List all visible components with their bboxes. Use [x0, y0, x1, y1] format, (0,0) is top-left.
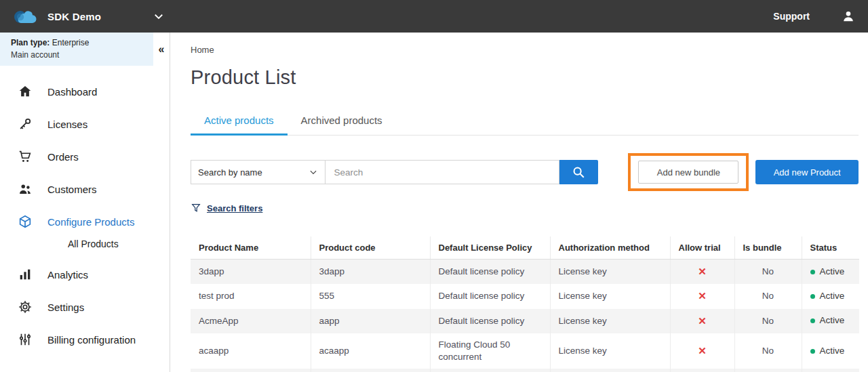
status-cell: Active: [802, 284, 859, 308]
table-row[interactable]: test prod555Default license policyLicens…: [191, 284, 859, 308]
column-header-product-name: Product Name: [191, 236, 311, 260]
sidebar-item-dashboard[interactable]: Dashboard: [0, 75, 170, 108]
product-name-cell: test prod: [191, 284, 311, 308]
product-name-cell: 3dapp: [191, 260, 311, 285]
cart-icon: [18, 149, 33, 164]
column-header-product-code: Product code: [311, 236, 430, 260]
table-row[interactable]: 3dapp3dappDefault license policyLicense …: [191, 260, 859, 285]
search-filters-link[interactable]: Search filters: [191, 203, 262, 213]
column-header-default-license-policy: Default License Policy: [430, 236, 550, 260]
allow-trial-cell: ✕: [670, 284, 734, 308]
cross-icon: ✕: [698, 315, 707, 327]
search-by-select[interactable]: Search by name: [191, 160, 326, 184]
chevron-down-icon[interactable]: [153, 10, 165, 22]
home-icon: [18, 84, 33, 99]
chart-icon: [18, 267, 33, 282]
sidebar-item-analytics[interactable]: Analytics: [0, 258, 170, 291]
status-dot: [810, 349, 815, 354]
product-code-cell: 555: [311, 284, 430, 308]
collapse-sidebar-button[interactable]: «: [153, 33, 170, 66]
tab-active-products[interactable]: Active products: [191, 113, 288, 136]
license-policy-cell: Default license policy: [430, 260, 550, 285]
column-header-is-bundle: Is bundle: [734, 236, 802, 260]
allow-trial-cell: ✕: [670, 309, 734, 333]
app-name: SDK Demo: [47, 11, 101, 22]
is-bundle-cell: No: [734, 284, 802, 308]
auth-method-cell: License key: [550, 369, 670, 372]
sidebar-item-label: Licenses: [47, 119, 87, 130]
is-bundle-cell: No: [734, 333, 802, 369]
sidebar-item-label: Billing configuration: [47, 334, 136, 346]
table-row[interactable]: Acme AppacmeappEnd User Node Locked Lice…: [191, 369, 859, 372]
plan-type-value: Enterprise: [52, 38, 90, 47]
search-by-selected-value: Search by name: [198, 167, 262, 178]
product-code-cell: 3dapp: [311, 260, 430, 285]
chevron-down-icon: [309, 167, 318, 177]
is-bundle-cell: No: [734, 369, 802, 372]
column-header-status: Status: [802, 236, 859, 260]
product-code-cell: acmeapp: [311, 369, 430, 372]
column-header-authorization-method: Authorization method: [550, 236, 670, 260]
topbar-right: Support: [773, 9, 856, 24]
sidebar-item-licenses[interactable]: Licenses: [0, 108, 170, 140]
status-cell: Active: [802, 260, 859, 285]
sidebar-item-settings[interactable]: Settings: [0, 291, 170, 323]
auth-method-cell: License key: [550, 309, 670, 333]
support-link[interactable]: Support: [773, 11, 810, 22]
license-policy-cell: Default license policy: [430, 309, 550, 333]
cross-icon: ✕: [698, 345, 707, 356]
sidebar-item-label: Analytics: [47, 269, 88, 281]
search-button[interactable]: [559, 160, 599, 184]
annotation-highlight-box: Add new bundle: [628, 153, 749, 191]
toolbar: Search by name Add new bundle Add new Pr…: [191, 153, 859, 191]
products-table: Product NameProduct codeDefault License …: [191, 236, 859, 372]
plan-type-label: Plan type:: [11, 38, 50, 47]
status-cell: Active: [802, 369, 859, 372]
search-icon: [571, 165, 586, 180]
product-code-cell: aapp: [311, 309, 430, 333]
sidebar-item-customers[interactable]: Customers: [0, 173, 170, 205]
add-new-bundle-button[interactable]: Add new bundle: [638, 161, 738, 184]
auth-method-cell: License key: [550, 284, 670, 308]
sidebar-item-configure-products[interactable]: Configure Products: [0, 205, 170, 238]
sidebar-item-label: Orders: [47, 151, 79, 163]
page-title: Product List: [191, 66, 859, 89]
sidebar-item-billing-configuration[interactable]: Billing configuration: [0, 323, 170, 356]
gear-icon: [18, 299, 33, 314]
sidebar-item-label: Settings: [47, 302, 84, 313]
table-row[interactable]: AcmeAppaappDefault license policyLicense…: [191, 309, 859, 333]
allow-trial-cell: ✓: [670, 369, 734, 372]
status-badge: Active: [820, 346, 845, 356]
sidebar-item-label: Configure Products: [47, 216, 134, 228]
tab-archived-products[interactable]: Archived products: [288, 113, 396, 136]
license-policy-cell: Default license policy: [430, 284, 550, 308]
sliders-icon: [18, 332, 33, 347]
account-name: Main account: [11, 50, 153, 60]
status-badge: Active: [820, 266, 845, 276]
product-code-cell: acaapp: [311, 333, 430, 369]
user-account-icon[interactable]: [841, 9, 856, 24]
product-name-cell: acaapp: [191, 333, 311, 369]
product-name-cell: AcmeApp: [191, 309, 311, 333]
table-row[interactable]: acaappacaappFloating Cloud 50 concurrent…: [191, 333, 859, 369]
add-new-product-button[interactable]: Add new Product: [755, 160, 859, 184]
plan-info-box: Plan type: Enterprise Main account: [0, 33, 153, 66]
status-dot: [810, 270, 815, 274]
search-filters-label: Search filters: [207, 203, 262, 213]
people-icon: [18, 182, 33, 197]
search-input[interactable]: [326, 160, 559, 184]
status-dot: [810, 318, 815, 323]
sidebar-nav: DashboardLicensesOrdersCustomersConfigur…: [0, 66, 170, 356]
sidebar-subitem-all-products[interactable]: All Products: [0, 238, 170, 258]
main-content: Home Product List Active products Archiv…: [170, 33, 868, 372]
filter-funnel-icon: [191, 203, 201, 213]
sidebar-item-orders[interactable]: Orders: [0, 140, 170, 173]
tabs: Active products Archived products: [191, 113, 859, 136]
cross-icon: ✕: [698, 266, 707, 277]
key-icon: [18, 117, 33, 131]
app-logo-cloud-icon: [12, 7, 38, 26]
cube-icon: [18, 214, 33, 229]
breadcrumb[interactable]: Home: [191, 45, 859, 55]
sidebar: Plan type: Enterprise Main account « Das…: [0, 33, 170, 372]
auth-method-cell: License key: [550, 333, 670, 369]
